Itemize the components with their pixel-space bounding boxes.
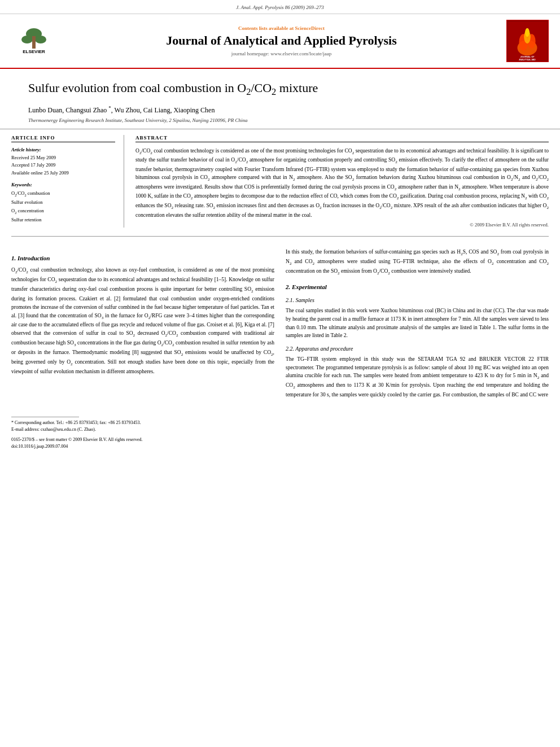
keyword-1: O2/CO2 combustion: [11, 189, 115, 199]
intro-heading: 1. Introduction: [11, 254, 274, 263]
footnote-doi: doi:10.1016/j.jaap.2009.07.004: [11, 443, 274, 450]
article-history-label: Article history:: [11, 147, 115, 152]
samples-heading: 2.1. Samples: [286, 296, 549, 304]
journal-header: J. Anal. Appl. Pyrolysis 86 (2009) 269–2…: [0, 0, 560, 14]
footnote-issn: 0165-2370/$ – see front matter © 2009 El…: [11, 436, 274, 443]
footnote-email: E-mail address: cszhao@seu.edu.cn (C. Zh…: [11, 426, 274, 433]
article-dates: Received 25 May 2009 Accepted 17 July 20…: [11, 154, 115, 177]
keywords-list: O2/CO2 combustion Sulfur evolution O2 co…: [11, 189, 115, 224]
footnote-corresponding: * Corresponding author. Tel.: +86 25 837…: [11, 420, 274, 426]
footnotes-area: * Corresponding author. Tel.: +86 25 837…: [11, 379, 274, 450]
article-authors: Lunbo Duan, Changsui Zhao *, Wu Zhou, Ca…: [28, 105, 532, 115]
journal-title: Journal of Analytical and Applied Pyroly…: [68, 33, 495, 48]
procedure-text: The TG–FTIR system employed in this stud…: [286, 355, 549, 399]
abstract-text: O2/CO2 coal combustion technology is con…: [135, 147, 549, 219]
keyword-4: Sulfur retention: [11, 216, 115, 224]
samples-text: The coal samples studied in this work we…: [286, 307, 549, 340]
journal-ref: J. Anal. Appl. Pyrolysis 86 (2009) 269–2…: [236, 5, 324, 10]
article-info-panel: ARTICLE INFO Article history: Received 2…: [11, 135, 124, 228]
abstract-title: ABSTRACT: [135, 135, 549, 142]
keywords-label: Keywords:: [11, 182, 115, 187]
svg-text:JOURNAL OF: JOURNAL OF: [520, 55, 535, 58]
svg-text:ANALYTICAL AND: ANALYTICAL AND: [519, 59, 536, 61]
sciencedirect-text: Contents lists available at ScienceDirec…: [68, 25, 495, 31]
svg-point-3: [35, 36, 46, 43]
copyright-notice: © 2009 Elsevier B.V. All rights reserved…: [135, 222, 549, 228]
article-title: Sulfur evolution from coal combustion in…: [28, 80, 532, 98]
keyword-3: O2 concentration: [11, 207, 115, 216]
article-title-section: Sulfur evolution from coal combustion in…: [0, 69, 560, 129]
accepted-date: Accepted 17 July 2009: [11, 161, 115, 169]
page: J. Anal. Appl. Pyrolysis 86 (2009) 269–2…: [0, 0, 560, 747]
received-date: Received 25 May 2009: [11, 154, 115, 162]
svg-text:ELSEVIER: ELSEVIER: [23, 49, 45, 54]
procedure-heading: 2.2. Apparatus and procedure: [286, 344, 549, 353]
experimental-heading: 2. Experimental: [286, 282, 549, 292]
footnote-divider: [11, 417, 79, 417]
abstract-panel: ABSTRACT O2/CO2 coal combustion technolo…: [135, 135, 549, 228]
keyword-2: Sulfur evolution: [11, 198, 115, 206]
online-date: Available online 25 July 2009: [11, 169, 115, 177]
journal-homepage: journal homepage: www.elsevier.com/locat…: [68, 51, 495, 56]
journal-logo-image: JOURNAL OF ANALYTICAL AND: [506, 20, 549, 62]
top-banner: ELSEVIER Contents lists available at Sci…: [0, 14, 560, 69]
intro-para2: In this study, the formation behaviors o…: [286, 248, 549, 277]
right-body-col: In this study, the formation behaviors o…: [286, 248, 549, 450]
left-body-col: 1. Introduction O2/CO2 coal combustion t…: [11, 248, 274, 450]
svg-point-2: [21, 36, 33, 43]
article-info-title: ARTICLE INFO: [11, 135, 115, 142]
elsevier-logo: ELSEVIER: [11, 24, 56, 59]
article-info-abstract: ARTICLE INFO Article history: Received 2…: [0, 129, 560, 233]
banner-center: Contents lists available at ScienceDirec…: [68, 25, 495, 56]
main-body: 1. Introduction O2/CO2 coal combustion t…: [0, 239, 560, 450]
svg-point-12: [525, 28, 530, 37]
intro-para1: O2/CO2 coal combustion technology, also …: [11, 266, 274, 375]
article-affiliation: Thermoenergy Engineering Research Instit…: [28, 117, 532, 123]
svg-rect-4: [32, 36, 36, 49]
